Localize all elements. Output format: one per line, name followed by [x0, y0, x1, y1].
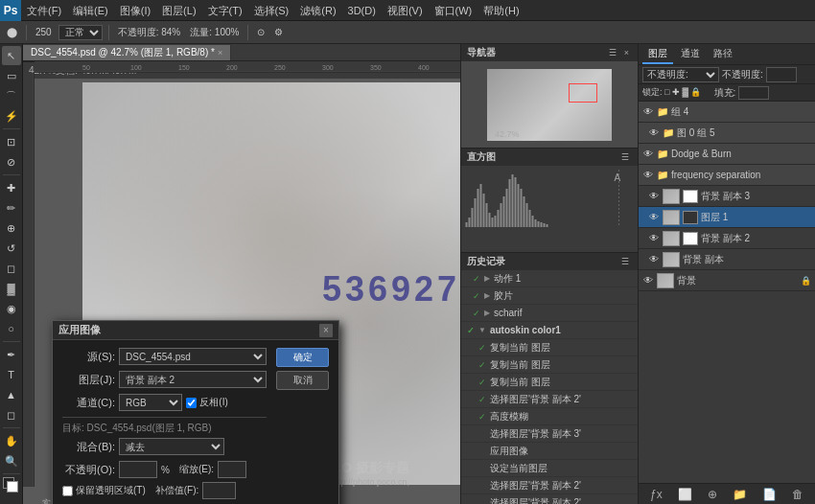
history-item-9[interactable]: 选择图层'背景 副本 3' — [461, 425, 638, 443]
layer-bg-copy3[interactable]: 👁 背景 副本 3 — [639, 186, 815, 207]
menu-layer[interactable]: 图层(L) — [156, 0, 201, 21]
dialog-layer-select[interactable]: 背景 副本 2 — [119, 371, 267, 388]
tab-channels[interactable]: 通道 — [675, 45, 706, 64]
dialog-preserve-check[interactable]: 保留透明区域(T) — [62, 484, 146, 497]
dialog-opacity-input[interactable]: 100 — [119, 461, 157, 478]
tool-crop[interactable]: ⊡ — [2, 132, 21, 151]
layers-new-btn[interactable]: 📄 — [762, 488, 777, 501]
tool-type[interactable]: T — [2, 365, 21, 384]
menu-filter[interactable]: 滤镜(R) — [294, 0, 341, 21]
dialog-offset-input[interactable]: 128 — [202, 482, 236, 499]
layer-eye-group4[interactable]: 👁 — [642, 106, 654, 117]
menu-view[interactable]: 视图(V) — [382, 0, 429, 21]
layer-eye-freq[interactable]: 👁 — [642, 170, 654, 180]
tool-path-select[interactable]: ▲ — [2, 385, 21, 404]
tool-eyedropper[interactable]: ⊘ — [2, 152, 21, 172]
history-item-6[interactable]: ✓ 复制当前 图层 — [461, 374, 638, 391]
layers-group-btn[interactable]: 📁 — [733, 488, 747, 501]
tool-magic-wand[interactable]: ⚡ — [2, 106, 21, 126]
history-item-13[interactable]: 选择图层'背景 副本 2' — [461, 494, 638, 504]
dialog-channel-select[interactable]: RGB — [119, 394, 182, 411]
tool-heal[interactable]: ✚ — [2, 178, 21, 197]
menu-help[interactable]: 帮助(H) — [477, 0, 524, 21]
layer-eye-bgcopy3[interactable]: 👁 — [648, 191, 660, 201]
menu-text[interactable]: 文字(T) — [202, 0, 248, 21]
tool-gradient[interactable]: ▓ — [2, 279, 21, 298]
navigator-close-btn[interactable]: × — [621, 47, 632, 58]
history-item-7[interactable]: ✓ 选择图层'背景 副本 2' — [461, 391, 638, 408]
layers-delete-btn[interactable]: 🗑 — [792, 488, 803, 501]
layer-eye-dodge[interactable]: 👁 — [642, 149, 654, 159]
layers-fill-input[interactable]: 100% — [738, 86, 769, 100]
menu-file[interactable]: 文件(F) — [21, 0, 67, 21]
tool-history-brush[interactable]: ↺ — [2, 239, 21, 258]
history-item-4[interactable]: ✓ 复制当前 图层 — [461, 339, 638, 356]
tool-eraser[interactable]: ◻ — [2, 259, 21, 278]
tool-stamp[interactable]: ⊕ — [2, 218, 21, 238]
history-item-11[interactable]: 设定当前图层 — [461, 460, 638, 477]
dialog-preserve-checkbox[interactable] — [62, 486, 73, 496]
layer-group4[interactable]: 👁 📁 组 4 — [639, 102, 815, 123]
tool-shape[interactable]: ◻ — [2, 405, 21, 424]
layer-layer1[interactable]: 👁 图层 1 — [639, 207, 815, 228]
layers-opacity-input[interactable]: 70% — [766, 67, 797, 82]
layer-bg[interactable]: 👁 背景 🔒 — [639, 270, 815, 291]
tab-layers[interactable]: 图层 — [642, 45, 673, 64]
dialog-invert-checkbox[interactable] — [186, 398, 197, 408]
tool-move[interactable]: ↖ — [2, 46, 21, 65]
layer-bg-copy[interactable]: 👁 背景 副本 — [639, 249, 815, 270]
toolbar-airbrush-icon[interactable]: ⊙ — [254, 27, 268, 37]
tool-pen[interactable]: ✒ — [2, 345, 21, 364]
menu-select[interactable]: 选择(S) — [248, 0, 295, 21]
toolbar-mode-select[interactable]: 正常 — [58, 25, 103, 40]
layers-fx-btn[interactable]: ƒx — [650, 488, 663, 501]
tab-paths[interactable]: 路径 — [708, 45, 738, 64]
history-item-10[interactable]: 应用图像 — [461, 443, 638, 460]
history-item-2[interactable]: ✓ ▶ scharif — [461, 305, 638, 322]
layer-dodge-burn[interactable]: 👁 📁 Dodge & Burn — [639, 144, 815, 165]
layers-adj-btn[interactable]: ⊕ — [708, 488, 717, 501]
history-item-1[interactable]: ✓ ▶ 胶片 — [461, 287, 638, 305]
main-tab[interactable]: DSC_4554.psd @ 42.7% (图层 1, RGB/8) * × — [23, 45, 231, 60]
history-item-8[interactable]: ✓ 高度模糊 — [461, 408, 638, 425]
history-item-3[interactable]: ✓ ▼ autoskin color1 — [461, 322, 638, 339]
toolbar-extra-icon[interactable]: ⚙ — [271, 27, 286, 37]
layer-bg-copy2[interactable]: 👁 背景 副本 2 — [639, 228, 815, 249]
tool-zoom[interactable]: 🔍 — [2, 451, 21, 470]
dialog-ok-btn[interactable]: 确定 — [276, 348, 329, 367]
tool-hand[interactable]: ✋ — [2, 431, 21, 450]
layer-eye-bgcopy[interactable]: 👁 — [648, 254, 660, 264]
layer-eye-bgcopy2[interactable]: 👁 — [648, 233, 660, 243]
layer-eye-bg[interactable]: 👁 — [642, 275, 654, 286]
tool-brush[interactable]: ✏ — [2, 198, 21, 218]
menu-window[interactable]: 窗口(W) — [429, 0, 478, 21]
dialog-invert-check[interactable]: 反相(I) — [186, 396, 227, 409]
layer-eye-group0[interactable]: 👁 — [648, 127, 660, 138]
tool-colors[interactable] — [3, 477, 20, 494]
navigator-menu-btn[interactable]: ☰ — [606, 47, 619, 58]
menu-3d[interactable]: 3D(D) — [342, 0, 382, 21]
layer-freq-sep[interactable]: 👁 📁 frequency separation — [639, 165, 815, 186]
history-menu-btn[interactable]: ☰ — [618, 256, 632, 267]
layers-mask-btn[interactable]: ⬜ — [678, 488, 692, 501]
menu-image[interactable]: 图像(I) — [114, 0, 156, 21]
tool-blur[interactable]: ◉ — [2, 299, 21, 318]
history-item-0[interactable]: ✓ ▶ 动作 1 — [461, 270, 638, 287]
tool-lasso[interactable]: ⌒ — [2, 86, 21, 105]
dialog-close-btn[interactable]: × — [319, 324, 333, 337]
histogram-menu-btn[interactable]: ☰ — [618, 151, 632, 163]
layers-blend-select[interactable]: 不透明度: — [642, 67, 719, 82]
layer-group0[interactable]: 👁 📁 图 0 组 5 — [639, 123, 815, 144]
tab-close-btn[interactable]: × — [218, 45, 222, 60]
dialog-scale-input[interactable]: 2 — [218, 461, 246, 478]
tool-dodge[interactable]: ○ — [2, 319, 21, 338]
dialog-source-select[interactable]: DSC_4554.psd — [119, 348, 267, 365]
history-item-12[interactable]: 选择图层'背景 副本 2' — [461, 477, 638, 494]
canvas-area[interactable]: 50 100 150 200 250 300 350 400 450 500 — [23, 61, 460, 504]
tool-select-rect[interactable]: ▭ — [2, 66, 21, 85]
menu-edit[interactable]: 编辑(E) — [67, 0, 114, 21]
layer-eye-layer1[interactable]: 👁 — [648, 212, 660, 222]
dialog-blend-select[interactable]: 减去 — [119, 438, 224, 455]
dialog-cancel-btn[interactable]: 取消 — [276, 371, 329, 390]
history-item-5[interactable]: ✓ 复制当前 图层 — [461, 356, 638, 374]
